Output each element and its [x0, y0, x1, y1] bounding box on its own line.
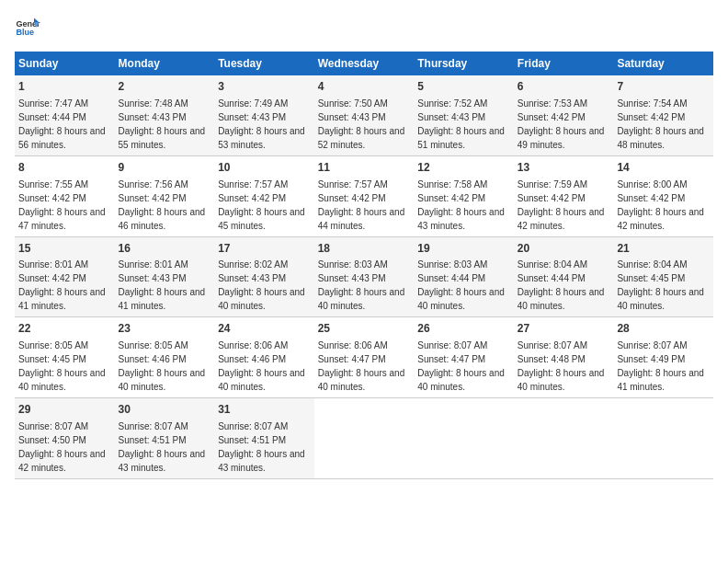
daylight-info: Daylight: 8 hours and 56 minutes.: [18, 126, 106, 150]
sunrise-info: Sunrise: 7:57 AM: [318, 179, 388, 190]
daylight-info: Daylight: 8 hours and 40 minutes.: [218, 368, 305, 392]
sunset-info: Sunset: 4:42 PM: [218, 193, 286, 203]
sunrise-info: Sunrise: 8:07 AM: [18, 421, 88, 431]
day-number: 26: [417, 321, 510, 337]
sunset-info: Sunset: 4:42 PM: [518, 112, 586, 122]
sunrise-info: Sunrise: 8:06 AM: [218, 340, 288, 350]
day-number: 13: [518, 160, 610, 176]
day-cell: 31Sunrise: 8:07 AMSunset: 4:51 PMDayligh…: [214, 398, 314, 479]
daylight-info: Daylight: 8 hours and 40 minutes.: [518, 368, 605, 392]
sunset-info: Sunset: 4:44 PM: [18, 112, 86, 122]
day-cell: 11Sunrise: 7:57 AMSunset: 4:42 PMDayligh…: [314, 155, 415, 236]
day-number: 30: [119, 402, 211, 418]
day-number: 10: [218, 160, 311, 176]
day-number: 25: [318, 321, 411, 337]
sunset-info: Sunset: 4:46 PM: [218, 354, 286, 364]
sunset-info: Sunset: 4:42 PM: [318, 193, 386, 203]
day-cell: [414, 398, 514, 479]
day-cell: 1Sunrise: 7:47 AMSunset: 4:44 PMDaylight…: [15, 75, 115, 155]
week-row-5: 29Sunrise: 8:07 AMSunset: 4:50 PMDayligh…: [15, 398, 713, 479]
day-cell: 15Sunrise: 8:01 AMSunset: 4:42 PMDayligh…: [15, 236, 115, 317]
day-cell: 12Sunrise: 7:58 AMSunset: 4:42 PMDayligh…: [414, 155, 514, 236]
day-cell: 29Sunrise: 8:07 AMSunset: 4:50 PMDayligh…: [15, 398, 115, 479]
header: General Blue: [15, 15, 713, 40]
sunset-info: Sunset: 4:43 PM: [318, 112, 386, 122]
day-number: 20: [518, 241, 610, 257]
day-cell: 24Sunrise: 8:06 AMSunset: 4:46 PMDayligh…: [214, 317, 314, 398]
logo: General Blue: [15, 15, 44, 40]
day-cell: 22Sunrise: 8:05 AMSunset: 4:45 PMDayligh…: [15, 317, 115, 398]
sunrise-info: Sunrise: 8:07 AM: [218, 421, 288, 431]
daylight-info: Daylight: 8 hours and 40 minutes.: [119, 368, 206, 392]
sunset-info: Sunset: 4:43 PM: [218, 112, 286, 122]
daylight-info: Daylight: 8 hours and 42 minutes.: [518, 207, 605, 231]
day-number: 15: [18, 241, 111, 257]
sunrise-info: Sunrise: 8:03 AM: [318, 259, 388, 270]
sunrise-info: Sunrise: 8:07 AM: [617, 340, 687, 350]
day-number: 8: [18, 160, 111, 176]
sunrise-info: Sunrise: 8:02 AM: [218, 259, 288, 270]
day-number: 6: [518, 79, 610, 95]
sunset-info: Sunset: 4:51 PM: [119, 435, 187, 445]
sunrise-info: Sunrise: 7:54 AM: [617, 98, 687, 109]
day-cell: 7Sunrise: 7:54 AMSunset: 4:42 PMDaylight…: [613, 75, 713, 155]
sunset-info: Sunset: 4:50 PM: [18, 435, 86, 445]
day-number: 1: [18, 79, 111, 95]
day-number: 7: [617, 79, 710, 95]
daylight-info: Daylight: 8 hours and 40 minutes.: [318, 287, 405, 311]
day-cell: 18Sunrise: 8:03 AMSunset: 4:43 PMDayligh…: [314, 236, 415, 317]
sunset-info: Sunset: 4:43 PM: [119, 273, 187, 283]
day-cell: 3Sunrise: 7:49 AMSunset: 4:43 PMDaylight…: [214, 75, 314, 155]
week-row-1: 1Sunrise: 7:47 AMSunset: 4:44 PMDaylight…: [15, 75, 713, 155]
sunset-info: Sunset: 4:44 PM: [518, 273, 586, 283]
col-header-sunday: Sunday: [15, 52, 115, 75]
day-number: 3: [218, 79, 311, 95]
daylight-info: Daylight: 8 hours and 40 minutes.: [218, 287, 305, 311]
sunrise-info: Sunrise: 8:06 AM: [318, 340, 388, 350]
header-row: SundayMondayTuesdayWednesdayThursdayFrid…: [15, 52, 713, 75]
daylight-info: Daylight: 8 hours and 47 minutes.: [18, 207, 106, 231]
daylight-info: Daylight: 8 hours and 49 minutes.: [518, 126, 605, 150]
week-row-4: 22Sunrise: 8:05 AMSunset: 4:45 PMDayligh…: [15, 317, 713, 398]
sunrise-info: Sunrise: 7:52 AM: [417, 98, 487, 109]
day-number: 11: [318, 160, 411, 176]
sunset-info: Sunset: 4:43 PM: [218, 273, 286, 283]
daylight-info: Daylight: 8 hours and 40 minutes.: [417, 287, 505, 311]
day-number: 16: [119, 241, 211, 257]
day-cell: 16Sunrise: 8:01 AMSunset: 4:43 PMDayligh…: [115, 236, 215, 317]
sunset-info: Sunset: 4:48 PM: [518, 354, 586, 364]
day-cell: 28Sunrise: 8:07 AMSunset: 4:49 PMDayligh…: [613, 317, 713, 398]
sunset-info: Sunset: 4:42 PM: [18, 193, 86, 203]
daylight-info: Daylight: 8 hours and 40 minutes.: [318, 368, 405, 392]
week-row-3: 15Sunrise: 8:01 AMSunset: 4:42 PMDayligh…: [15, 236, 713, 317]
daylight-info: Daylight: 8 hours and 43 minutes.: [218, 449, 305, 473]
sunset-info: Sunset: 4:51 PM: [218, 435, 286, 445]
daylight-info: Daylight: 8 hours and 41 minutes.: [119, 287, 206, 311]
day-number: 4: [318, 79, 411, 95]
week-row-2: 8Sunrise: 7:55 AMSunset: 4:42 PMDaylight…: [15, 155, 713, 236]
day-number: 14: [617, 160, 710, 176]
day-number: 9: [119, 160, 211, 176]
sunrise-info: Sunrise: 8:07 AM: [518, 340, 587, 350]
daylight-info: Daylight: 8 hours and 40 minutes.: [18, 368, 106, 392]
day-cell: 26Sunrise: 8:07 AMSunset: 4:47 PMDayligh…: [414, 317, 514, 398]
calendar-table: SundayMondayTuesdayWednesdayThursdayFrid…: [15, 52, 713, 479]
day-number: 12: [417, 160, 510, 176]
day-cell: 9Sunrise: 7:56 AMSunset: 4:42 PMDaylight…: [115, 155, 215, 236]
sunrise-info: Sunrise: 7:57 AM: [218, 179, 288, 190]
sunset-info: Sunset: 4:42 PM: [119, 193, 187, 203]
day-cell: 20Sunrise: 8:04 AMSunset: 4:44 PMDayligh…: [514, 236, 614, 317]
sunrise-info: Sunrise: 8:00 AM: [617, 179, 687, 190]
day-cell: 10Sunrise: 7:57 AMSunset: 4:42 PMDayligh…: [214, 155, 314, 236]
col-header-wednesday: Wednesday: [314, 52, 415, 75]
sunrise-info: Sunrise: 8:05 AM: [18, 340, 88, 350]
sunset-info: Sunset: 4:45 PM: [617, 273, 685, 283]
daylight-info: Daylight: 8 hours and 42 minutes.: [18, 449, 106, 473]
day-cell: 8Sunrise: 7:55 AMSunset: 4:42 PMDaylight…: [15, 155, 115, 236]
day-number: 29: [18, 402, 111, 418]
day-number: 28: [617, 321, 710, 337]
day-cell: 21Sunrise: 8:04 AMSunset: 4:45 PMDayligh…: [613, 236, 713, 317]
day-cell: 14Sunrise: 8:00 AMSunset: 4:42 PMDayligh…: [613, 155, 713, 236]
daylight-info: Daylight: 8 hours and 53 minutes.: [218, 126, 305, 150]
sunset-info: Sunset: 4:47 PM: [417, 354, 485, 364]
